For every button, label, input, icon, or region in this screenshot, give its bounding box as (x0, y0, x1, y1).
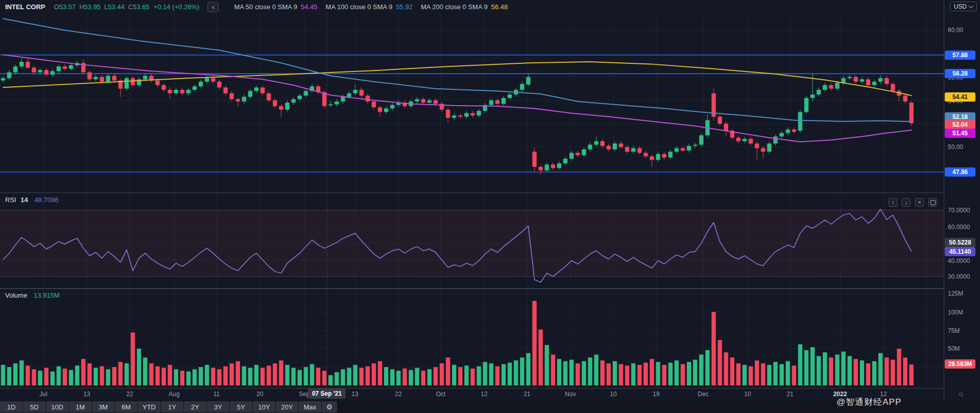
range-button-5d[interactable]: 5D (23, 401, 45, 412)
chevron-down-icon (969, 3, 974, 8)
ohlc-label: C (128, 3, 133, 11)
time-axis-label: 11 (213, 391, 220, 398)
ohlc-value: 53.65 (133, 3, 150, 11)
price-change: +0.14 (+0.26%) (154, 3, 200, 11)
time-axis-label: 21 (523, 391, 530, 398)
range-button-1m[interactable]: 1M (69, 401, 91, 412)
move-pane-down-button[interactable]: ↓ (902, 198, 911, 207)
time-axis-label: 10 (610, 391, 616, 398)
axis-tick: 60.0000 (948, 224, 970, 231)
rsi-period: 14 (20, 196, 28, 204)
ohlc-values: O53.57H53.95L53.44C53.65 (51, 3, 150, 11)
time-axis-label: 2022 (833, 391, 847, 398)
axis-tick: 50M (948, 345, 960, 352)
range-button-3y[interactable]: 3Y (207, 401, 229, 412)
range-button-20y[interactable]: 20Y (276, 401, 298, 412)
time-axis-label: 22 (126, 391, 133, 398)
axis-price-badge: 28.583M (945, 359, 975, 369)
axis-price-badge: 50.5228 (945, 238, 975, 247)
range-button-max[interactable]: Max (299, 401, 321, 412)
currency-label: USD (954, 3, 967, 10)
ma-legend-value: 55.92 (396, 3, 413, 11)
axis-tick: 70.0000 (948, 207, 970, 214)
range-button-6m[interactable]: 6M (115, 401, 137, 412)
range-button-10y[interactable]: 10Y (253, 401, 275, 412)
ohlc-value: 53.57 (59, 3, 76, 11)
time-axis-label: 10 (744, 391, 751, 398)
axis-tick: 60.00 (948, 27, 963, 34)
range-button-1d[interactable]: 1D (0, 401, 22, 412)
range-button-10d[interactable]: 10D (46, 401, 68, 412)
close-icon: × (918, 199, 921, 205)
arrow-down-icon: ↓ (905, 199, 908, 205)
ma-legend-value: 56.48 (491, 3, 508, 11)
price-pane-canvas[interactable] (0, 14, 944, 193)
volume-pane-canvas[interactable] (0, 289, 944, 388)
ohlc-label: H (79, 3, 84, 11)
time-axis-label: Dec (698, 391, 708, 398)
ma-legend-group: MA 50 close 0 SMA 954.45MA 100 close 0 S… (226, 3, 508, 11)
range-button-5y[interactable]: 5Y (230, 401, 252, 412)
rsi-pane-toolbar: ↑↓× (889, 198, 937, 207)
rsi-legend: RSI 14 48.7086 (5, 196, 58, 204)
time-axis-label: 19 (653, 391, 659, 398)
ohlc-label: O (54, 3, 59, 11)
ohlc-value: 53.95 (84, 3, 101, 11)
trading-chart-app: INTEL CORP O53.57H53.95L53.44C53.65 +0.1… (0, 0, 980, 413)
currency-selector[interactable]: USD (950, 2, 977, 11)
axis-tick: 125M (948, 290, 963, 297)
axis-price-badge: 47.86 (945, 167, 975, 177)
range-button-3m[interactable]: 3M (92, 401, 114, 412)
axis-tick: 75M (948, 327, 960, 334)
axis-tick: 50.00 (948, 143, 963, 151)
volume-legend: Volume 13.915M (5, 291, 60, 299)
axis-tick: 30.0000 (948, 273, 970, 280)
axis-price-badge: 57.88 (945, 51, 975, 60)
ma-legend-value: 54.45 (301, 3, 318, 11)
sun-icon[interactable]: ☼ (957, 389, 965, 398)
time-axis-label: 20 (256, 391, 263, 398)
range-button-1y[interactable]: 1Y (161, 401, 183, 412)
time-axis-label: Aug (169, 391, 179, 398)
time-axis-label: 13 (351, 391, 358, 398)
pane-divider[interactable] (0, 288, 944, 289)
time-axis-label: Jul (39, 391, 47, 398)
volume-title: Volume (5, 291, 27, 299)
axis-tick: 40.0000 (948, 257, 970, 264)
range-button-ytd[interactable]: YTD (138, 401, 160, 412)
range-toolbar: 1D5D10D1M3M6MYTD1Y2Y3Y5Y10Y20YMax⚙ (0, 401, 980, 413)
axis-tick: 100M (948, 309, 963, 316)
rsi-value: 48.7086 (34, 196, 58, 204)
time-axis-label: 21 (786, 391, 793, 398)
time-axis-label: 22 (395, 391, 401, 398)
gear-icon[interactable]: ⚙ (322, 401, 337, 412)
price-axis[interactable]: 60.0056.0054.0050.0057.8856.2854.4152.18… (944, 0, 980, 401)
maximize-icon (930, 200, 936, 205)
arrow-up-icon: ↑ (892, 199, 895, 205)
ohlc-value: 53.44 (108, 3, 125, 11)
time-axis-label: 12 (880, 391, 887, 398)
pane-divider[interactable] (0, 192, 944, 193)
axis-price-badge: 54.41 (945, 92, 975, 102)
time-axis-label: 13 (83, 391, 90, 398)
axis-price-badge: 52.04 (945, 120, 975, 129)
axis-price-badge: 51.45 (945, 129, 975, 138)
move-pane-up-button[interactable]: ↑ (889, 198, 897, 207)
time-axis-label: Nov (565, 391, 576, 398)
range-button-2y[interactable]: 2Y (184, 401, 206, 412)
crosshair-date-badge: 07 Sep '21 (308, 388, 346, 399)
volume-value: 13.915M (34, 291, 60, 299)
ma-legend-label: MA 100 close 0 SMA 9 (326, 3, 393, 11)
rsi-title: RSI (5, 196, 16, 204)
axis-price-badge: 45.1140 (945, 247, 975, 256)
close-pane-button[interactable]: × (915, 198, 924, 207)
time-axis-label: 12 (481, 391, 487, 398)
axis-price-badge: 56.28 (945, 69, 975, 78)
time-axis[interactable]: Jul1322Aug1120Sep1322Oct1221Nov1019Dec10… (0, 388, 944, 401)
rsi-pane-canvas[interactable] (0, 193, 944, 289)
symbol-name: INTEL CORP (5, 3, 45, 11)
legend-collapse-button[interactable]: ‹ (207, 2, 219, 12)
time-axis-label: Oct (436, 391, 446, 398)
maximize-pane-button[interactable] (928, 198, 937, 207)
chart-legend: INTEL CORP O53.57H53.95L53.44C53.65 +0.1… (0, 0, 949, 14)
